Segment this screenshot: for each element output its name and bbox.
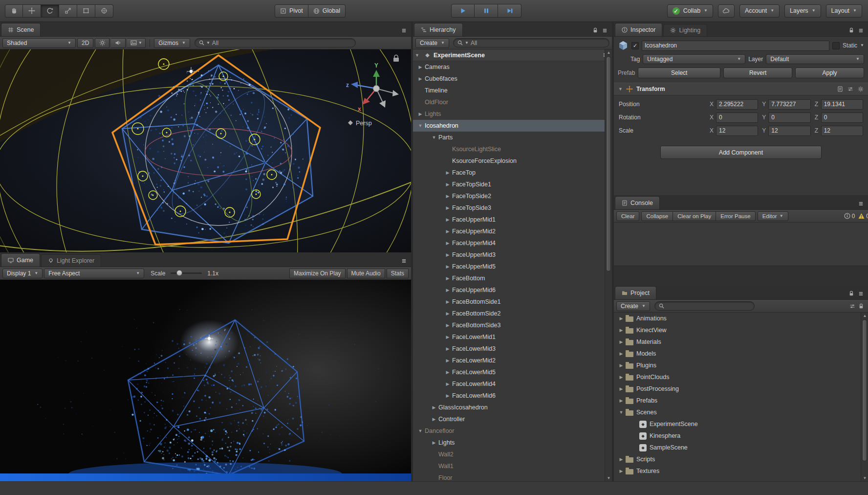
fold-expanded-icon[interactable]: ▼ xyxy=(617,410,626,415)
project-item-postprocessing[interactable]: ▶PostProcessing xyxy=(614,383,868,395)
position-x-field[interactable] xyxy=(716,99,758,110)
scale-slider-knob[interactable] xyxy=(176,270,182,276)
object-name-field[interactable] xyxy=(642,41,829,51)
project-item-experimentscene[interactable]: ExperimentScene xyxy=(614,418,868,430)
hierarchy-scene-header[interactable]: ▼ ◆ ExperimentScene xyxy=(413,49,612,61)
account-dropdown[interactable]: Account▼ xyxy=(739,4,780,18)
hierarchy-item-facebottom[interactable]: ▶FaceBottom xyxy=(413,272,612,284)
step-button[interactable] xyxy=(498,4,521,18)
fold-collapsed-icon[interactable]: ▶ xyxy=(443,382,452,386)
static-checkbox[interactable] xyxy=(832,42,840,49)
fold-collapsed-icon[interactable]: ▶ xyxy=(443,217,452,222)
hierarchy-item-parts[interactable]: ▼Parts xyxy=(413,132,612,143)
play-button[interactable] xyxy=(451,4,475,18)
position-z-field[interactable] xyxy=(821,99,863,110)
fold-collapsed-icon[interactable]: ▶ xyxy=(430,405,438,410)
console-log-list[interactable] xyxy=(614,223,868,266)
panel-menu-icon[interactable] xyxy=(401,258,407,264)
hierarchy-item-faceuppermid6[interactable]: ▶FaceUpperMid6 xyxy=(413,284,612,296)
lock-icon[interactable] xyxy=(593,27,598,33)
tab-lighting[interactable]: Lighting xyxy=(663,24,707,36)
aspect-dropdown[interactable]: Free Aspect▼ xyxy=(44,269,144,278)
prefab-apply-button[interactable]: Apply xyxy=(795,68,864,78)
panel-divider[interactable] xyxy=(612,22,614,481)
hierarchy-item-icosahedron[interactable]: ▼Icosahedron xyxy=(413,120,612,132)
project-search-field[interactable] xyxy=(654,301,755,311)
fold-collapsed-icon[interactable]: ▶ xyxy=(443,346,452,351)
tab-project[interactable]: Project xyxy=(615,286,656,299)
layout-dropdown[interactable]: Layout▼ xyxy=(826,4,862,18)
prefab-select-button[interactable]: Select xyxy=(638,68,720,78)
fold-collapsed-icon[interactable]: ▶ xyxy=(443,323,452,328)
panel-menu-icon[interactable] xyxy=(401,28,407,33)
project-item-scripts[interactable]: ▶Scripts xyxy=(614,453,868,465)
fold-collapsed-icon[interactable]: ▶ xyxy=(443,182,452,187)
tab-scene[interactable]: Scene xyxy=(1,23,41,36)
hierarchy-create-dropdown[interactable]: Create▼ xyxy=(415,38,449,48)
fold-collapsed-icon[interactable]: ▶ xyxy=(443,229,452,234)
warning-count-badge[interactable]: 0 xyxy=(858,213,868,220)
scene-lighting-toggle[interactable] xyxy=(95,38,109,48)
tag-dropdown[interactable]: Untagged▼ xyxy=(643,54,745,64)
fold-collapsed-icon[interactable]: ▶ xyxy=(443,299,452,304)
hierarchy-item-facelowermid4[interactable]: ▶FaceLowerMid4 xyxy=(413,378,612,390)
hierarchy-item-faceuppermid3[interactable]: ▶FaceUpperMid3 xyxy=(413,249,612,261)
gear-icon[interactable] xyxy=(858,86,864,92)
project-item-materials[interactable]: ▶Materials xyxy=(614,336,868,348)
rotation-x-field[interactable] xyxy=(716,112,758,123)
hierarchy-item-facelowermid5[interactable]: ▶FaceLowerMid5 xyxy=(413,366,612,378)
tab-light-explorer[interactable]: Light Explorer xyxy=(41,254,101,267)
tab-inspector[interactable]: Inspector xyxy=(615,23,662,36)
hierarchy-item-controller[interactable]: ▶Controller xyxy=(413,413,612,425)
fold-collapsed-icon[interactable]: ▶ xyxy=(443,393,452,398)
panel-menu-icon[interactable] xyxy=(858,28,864,33)
fold-expanded-icon[interactable]: ▼ xyxy=(430,135,438,140)
hierarchy-item-wall2[interactable]: Wall2 xyxy=(413,449,612,460)
hierarchy-item-faceuppermid5[interactable]: ▶FaceUpperMid5 xyxy=(413,261,612,272)
fold-expanded-icon[interactable]: ▼ xyxy=(618,87,623,91)
position-y-field[interactable] xyxy=(768,99,810,110)
hand-tool-button[interactable] xyxy=(5,4,23,18)
layer-dropdown[interactable]: Default▼ xyxy=(766,54,864,64)
scene-audio-toggle[interactable] xyxy=(111,38,126,48)
panel-divider[interactable] xyxy=(411,22,413,481)
stats-button[interactable]: Stats xyxy=(387,269,409,278)
hierarchy-item-facetop[interactable]: ▶FaceTop xyxy=(413,167,612,179)
panel-menu-icon[interactable] xyxy=(602,28,608,33)
fold-collapsed-icon[interactable]: ▶ xyxy=(430,417,438,422)
lock-icon[interactable] xyxy=(859,303,864,309)
hierarchy-item-oldfloor[interactable]: OldFloor xyxy=(413,96,612,108)
info-count-badge[interactable]: 0 xyxy=(844,213,855,220)
hierarchy-item-dancefloor[interactable]: ▼Dancefloor xyxy=(413,425,612,437)
fold-collapsed-icon[interactable]: ▶ xyxy=(617,339,626,344)
fold-collapsed-icon[interactable]: ▶ xyxy=(617,328,626,333)
fold-collapsed-icon[interactable]: ▶ xyxy=(443,264,452,269)
scroll-up-arrow[interactable]: ▲ xyxy=(605,49,612,56)
lock-icon[interactable] xyxy=(849,291,854,296)
project-scrollbar[interactable]: ▲ ▼ xyxy=(861,313,868,481)
scene-effects-dropdown[interactable]: ▼ xyxy=(127,38,146,48)
fold-collapsed-icon[interactable]: ▶ xyxy=(443,311,452,316)
maximize-on-play-button[interactable]: Maximize On Play xyxy=(289,269,346,278)
fold-collapsed-icon[interactable]: ▶ xyxy=(416,76,425,81)
panel-menu-icon[interactable] xyxy=(858,291,864,296)
fold-collapsed-icon[interactable]: ▶ xyxy=(617,363,626,368)
hierarchy-item-facetopside1[interactable]: ▶FaceTopSide1 xyxy=(413,179,612,190)
console-clear-button[interactable]: Clear xyxy=(616,211,639,221)
pause-button[interactable] xyxy=(475,4,498,18)
hierarchy-search-field[interactable]: ▼ All xyxy=(453,38,609,47)
hierarchy-scrollbar[interactable]: ▲ ▼ xyxy=(605,49,612,481)
project-item-scenes[interactable]: ▼Scenes xyxy=(614,406,868,418)
hierarchy-item-facelowermid1[interactable]: ▶FaceLowerMid1 xyxy=(413,331,612,343)
label-tag-icon[interactable] xyxy=(849,303,855,309)
scroll-down-arrow[interactable]: ▼ xyxy=(861,475,868,481)
fold-collapsed-icon[interactable]: ▶ xyxy=(617,351,626,356)
fold-collapsed-icon[interactable]: ▶ xyxy=(617,398,626,403)
hierarchy-item-facebottomside1[interactable]: ▶FaceBottomSide1 xyxy=(413,296,612,308)
scale-x-field[interactable] xyxy=(716,126,758,136)
hierarchy-item-faceuppermid1[interactable]: ▶FaceUpperMid1 xyxy=(413,214,612,225)
fold-collapsed-icon[interactable]: ▶ xyxy=(443,241,452,246)
move-tool-button[interactable] xyxy=(23,4,41,18)
scene-viewport[interactable]: z x Y Persp xyxy=(0,49,411,252)
scrollbar-thumb[interactable] xyxy=(862,319,867,461)
